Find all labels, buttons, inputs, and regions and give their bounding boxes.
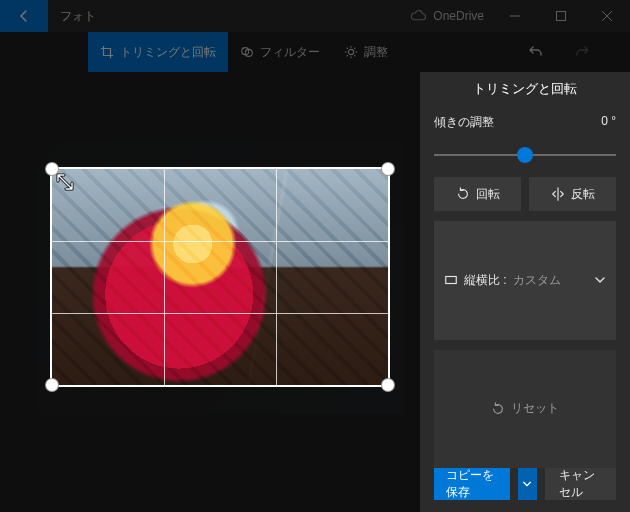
close-icon xyxy=(602,11,612,21)
arrow-left-icon xyxy=(16,8,32,24)
save-copy-button[interactable]: コピーを保存 xyxy=(434,468,510,500)
undo-button[interactable] xyxy=(528,44,544,60)
aspect-ratio-dropdown[interactable]: 縦横比 : カスタム xyxy=(434,221,616,340)
tab-label: フィルター xyxy=(260,44,320,61)
onedrive-label: OneDrive xyxy=(433,9,484,23)
tab-label: トリミングと回転 xyxy=(120,44,216,61)
aspect-value: カスタム xyxy=(513,272,561,289)
save-copy-split[interactable] xyxy=(518,468,537,500)
undo-icon xyxy=(528,44,544,60)
tab-adjust[interactable]: 調整 xyxy=(332,32,400,72)
panel-title: トリミングと回転 xyxy=(434,80,616,98)
rotate-icon xyxy=(456,187,470,201)
crop-icon xyxy=(100,45,114,59)
minimize-button[interactable] xyxy=(492,0,538,32)
rotate-button[interactable]: 回転 xyxy=(434,177,521,211)
cancel-label: キャンセル xyxy=(559,467,602,501)
side-panel: トリミングと回転 傾きの調整 0 ° 回転 反転 縦横比 : カスタム xyxy=(420,72,630,512)
onedrive-badge: OneDrive xyxy=(409,9,484,23)
close-button[interactable] xyxy=(584,0,630,32)
back-button[interactable] xyxy=(0,0,48,32)
tab-filters[interactable]: フィルター xyxy=(228,32,332,72)
titlebar: フォト OneDrive xyxy=(0,0,630,32)
aspect-label: 縦横比 : xyxy=(464,272,507,289)
redo-icon xyxy=(574,44,590,60)
crop-handle-bottom-left[interactable] xyxy=(45,378,59,392)
tab-crop-rotate[interactable]: トリミングと回転 xyxy=(88,32,228,72)
grid-line xyxy=(52,241,388,242)
flip-icon xyxy=(551,187,565,201)
flip-button[interactable]: 反転 xyxy=(529,177,616,211)
svg-rect-0 xyxy=(557,12,566,21)
straighten-label: 傾きの調整 xyxy=(434,114,494,131)
slider-thumb[interactable] xyxy=(517,147,533,163)
reset-icon xyxy=(491,402,505,416)
redo-button[interactable] xyxy=(574,44,590,60)
app-title: フォト xyxy=(60,8,96,25)
flip-label: 反転 xyxy=(571,186,595,203)
svg-rect-4 xyxy=(446,277,457,284)
minimize-icon xyxy=(510,11,520,21)
maximize-icon xyxy=(556,11,566,21)
crop-grid[interactable] xyxy=(50,167,390,387)
save-copy-label: コピーを保存 xyxy=(446,467,498,501)
editor-tabs: トリミングと回転 フィルター 調整 xyxy=(0,32,630,72)
reset-button[interactable]: リセット xyxy=(434,350,616,469)
grid-line xyxy=(276,169,277,385)
tab-label: 調整 xyxy=(364,44,388,61)
resize-cursor-icon xyxy=(56,173,74,191)
cloud-icon xyxy=(409,10,427,22)
cancel-button[interactable]: キャンセル xyxy=(545,468,616,500)
adjust-icon xyxy=(344,45,358,59)
aspect-icon xyxy=(444,273,458,287)
svg-point-3 xyxy=(348,49,353,54)
grid-line xyxy=(52,313,388,314)
chevron-down-icon xyxy=(594,274,606,286)
crop-handle-bottom-right[interactable] xyxy=(381,378,395,392)
image-frame[interactable] xyxy=(50,167,390,387)
filters-icon xyxy=(240,45,254,59)
rotate-label: 回転 xyxy=(476,186,500,203)
straighten-slider[interactable] xyxy=(434,141,616,169)
maximize-button[interactable] xyxy=(538,0,584,32)
crop-handle-top-right[interactable] xyxy=(381,162,395,176)
straighten-row: 傾きの調整 0 ° xyxy=(434,114,616,131)
canvas-area xyxy=(0,72,420,512)
straighten-value: 0 ° xyxy=(601,114,616,131)
grid-line xyxy=(164,169,165,385)
reset-label: リセット xyxy=(511,400,559,417)
chevron-down-icon xyxy=(522,479,532,489)
